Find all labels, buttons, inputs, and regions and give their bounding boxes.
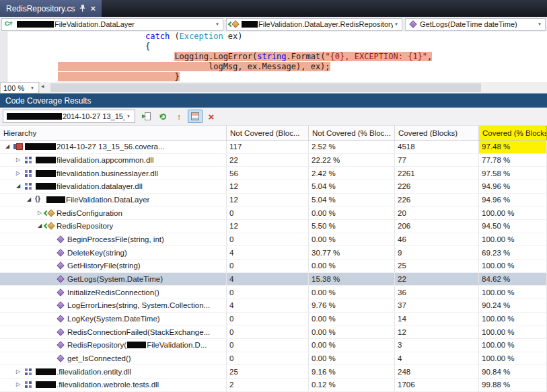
code-token: Exception — [180, 32, 223, 41]
collapse-icon[interactable]: ◢ — [3, 144, 12, 149]
chevron-down-icon: ▼ — [125, 114, 132, 118]
column-header-label: Hierarchy — [3, 129, 36, 137]
value-cell: 46 — [395, 233, 479, 247]
hierarchy-cell: get_IsConnected() — [0, 352, 227, 366]
coverage-row[interactable]: InitializeRedisConnection()00.00 %36100.… — [0, 286, 547, 299]
text-segment: .filevalidation.webrole.tests.dll — [57, 381, 159, 389]
value-cell: 2.42 % — [309, 167, 395, 180]
cell-value: 0.00 % — [312, 209, 336, 217]
redacted-text — [46, 196, 65, 203]
value-cell: 100.00 % — [479, 260, 547, 273]
show-coverage-coloring-toggle[interactable] — [188, 110, 203, 123]
coverage-row[interactable]: GetLogs(System.DateTime)415.38 %2284.62 … — [0, 273, 547, 286]
value-cell: 0.00 % — [309, 352, 395, 366]
coverage-row[interactable]: GetHistoryFile(string)00.00 %25100.00 % — [0, 260, 547, 273]
coverage-row[interactable]: BeginProcessFile(string, int)00.00 %4610… — [0, 233, 547, 247]
cell-value: 22 — [229, 156, 238, 164]
collapse-icon[interactable]: ◢ — [13, 184, 23, 189]
value-cell: 4 — [227, 246, 309, 260]
column-header[interactable]: Covered (Blocks) — [395, 126, 479, 140]
merge-results-button[interactable] — [155, 110, 170, 123]
collapse-icon[interactable]: ◢ — [35, 223, 44, 229]
collapse-icon[interactable]: ◢ — [24, 197, 34, 202]
hierarchy-cell: ▷RedisConfiguration — [0, 206, 227, 220]
value-cell: 25 — [395, 260, 479, 273]
scrollbar-thumb[interactable] — [50, 83, 481, 92]
code-editor[interactable]: catch (Exception ex){Logging.LogError(st… — [0, 32, 547, 82]
code-line: { — [0, 42, 547, 52]
value-cell: 14 — [395, 313, 479, 326]
coverage-row[interactable]: LogErrorLines(string, System.Collection.… — [0, 299, 547, 313]
cell-value: 0 — [229, 341, 233, 349]
coverage-row[interactable]: ▷filevalidation.appcommon.dll2222.22 %77… — [0, 154, 547, 167]
coverage-row[interactable]: DeleteKey(string)430.77 %969.23 % — [0, 246, 547, 260]
expand-icon[interactable]: ▷ — [13, 369, 23, 375]
coverage-row[interactable]: ◢filevalidation.datalayer.dll125.04 %226… — [0, 180, 547, 194]
document-tab[interactable]: RedisRepository.cs × — [0, 0, 102, 17]
code-line: Logging.LogError(string.Format("{0}, EXC… — [0, 52, 547, 62]
coverage-row[interactable]: RedisRepository(FileValidation.D...00.00… — [0, 339, 547, 352]
cell-value: 12 — [229, 196, 238, 204]
expand-icon[interactable]: ▷ — [13, 382, 23, 387]
cell-value: 100.00 % — [482, 288, 515, 297]
value-cell: 12 — [227, 180, 309, 194]
cell-value: 5.50 % — [312, 222, 336, 230]
value-cell: 9.76 % — [309, 299, 395, 313]
coverage-row[interactable]: ◢2014-10-27 13_15_56.covera...1172.52 %4… — [0, 141, 547, 154]
member-dropdown[interactable]: GetLogs(DateTime dateTime)▼ — [405, 18, 546, 31]
delete-icon: × — [209, 112, 215, 122]
value-cell: 12 — [395, 325, 479, 339]
column-header[interactable]: Hierarchy — [0, 126, 227, 140]
text-segment: GetLogs(DateTime dateTime) — [420, 20, 517, 28]
hierarchy-cell: LogErrorLines(string, System.Collection.… — [0, 299, 227, 313]
coverage-result-select[interactable]: 2014-10-27 13_15_ ▼ — [3, 110, 135, 123]
coverage-row[interactable]: get_IsConnected()00.00 %4100.00 % — [0, 352, 547, 366]
cell-value: 100.00 % — [482, 328, 515, 336]
export-results-button[interactable]: ↑ — [172, 110, 186, 123]
cell-value: 0 — [229, 262, 233, 270]
pin-icon[interactable] — [79, 5, 85, 12]
node-label: RedisConnectionFailed(StackExchange... — [67, 328, 210, 336]
value-cell: 77.78 % — [479, 154, 547, 167]
coverage-row[interactable]: RedisConnectionFailed(StackExchange...00… — [0, 325, 547, 339]
column-header[interactable]: Not Covered (Bloc... — [227, 126, 309, 140]
coverage-row[interactable]: ▷filevalidation.businesslayer.dll562.42 … — [0, 167, 547, 180]
coverage-row[interactable]: LogKey(System.DateTime)00.00 %14100.00 % — [0, 313, 547, 326]
remove-results-button[interactable]: × — [204, 110, 219, 123]
type-dropdown[interactable]: FileValidation.DataLayer.RedisRepository… — [226, 18, 402, 31]
coverage-row[interactable]: ▷.filevalidation.entity.dll259.16 %24890… — [0, 365, 547, 379]
column-header-label: Not Covered (Bloc... — [230, 129, 300, 137]
column-header[interactable]: Not Covered (% Bloc... — [309, 126, 395, 140]
expand-icon[interactable]: ▷ — [13, 171, 23, 176]
value-cell: 226 — [395, 180, 479, 194]
code-line: logMsg, ex.Message), ex); — [0, 62, 547, 72]
method-icon — [55, 301, 66, 310]
code-token: { — [145, 42, 150, 51]
coverage-panel-header[interactable]: Code Coverage Results — [0, 93, 547, 108]
code-token: logMsg, ex.Message), ex); — [209, 62, 330, 71]
column-header[interactable]: Covered (% Blocks) — [479, 126, 547, 140]
text-segment: BeginProcessFile(string, int) — [67, 235, 164, 243]
coverage-row[interactable]: ▷RedisConfiguration00.00 %20100.00 % — [0, 206, 547, 220]
method-icon — [55, 274, 66, 284]
horizontal-scrollbar[interactable]: ◂ — [39, 82, 547, 93]
expand-icon[interactable]: ▷ — [13, 157, 23, 163]
coverage-row[interactable]: ◢FileValidation.DataLayer125.04 %22694.9… — [0, 194, 547, 207]
import-results-button[interactable] — [139, 110, 154, 123]
cell-value: 2.52 % — [312, 143, 336, 151]
code-area[interactable]: catch (Exception ex){Logging.LogError(st… — [0, 32, 547, 82]
value-cell: 2261 — [395, 167, 479, 180]
project-dropdown[interactable]: FileValidation.DataLayer▼ — [1, 18, 223, 31]
cell-value: 22 — [398, 275, 406, 283]
zoom-control[interactable]: 100 % ▼ — [0, 82, 39, 93]
close-icon[interactable]: × — [90, 4, 96, 13]
up-arrow-icon: ↑ — [177, 112, 182, 121]
hierarchy-cell: ◢filevalidation.datalayer.dll — [0, 180, 227, 194]
scroll-left-icon[interactable]: ◂ — [41, 83, 44, 89]
hierarchy-cell: RedisConnectionFailed(StackExchange... — [0, 325, 227, 339]
coverage-row[interactable]: ◢RedisRepository125.50 %20694.50 % — [0, 220, 547, 233]
value-cell: 100.00 % — [479, 325, 547, 339]
cell-value: 0.12 % — [312, 381, 336, 389]
coverage-coloring-icon — [191, 112, 199, 120]
coverage-row[interactable]: ▷.filevalidation.webrole.tests.dll20.12 … — [0, 379, 547, 392]
